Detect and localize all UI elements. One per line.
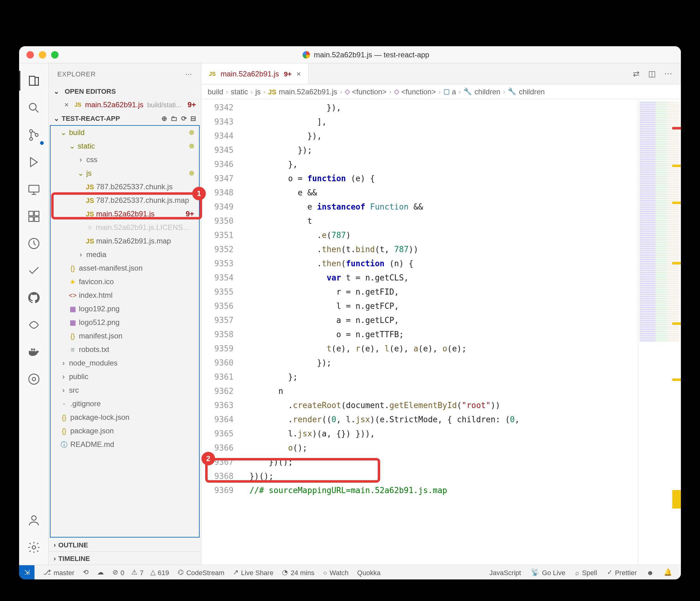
github-icon[interactable] (21, 285, 46, 310)
file-main-map[interactable]: JSmain.52a62b91.js.map (51, 234, 199, 248)
open-editor-item[interactable]: × JS main.52a62b91.js build/stati... 9+ (49, 98, 201, 112)
open-editors-section[interactable]: ⌄ OPEN EDITORS (49, 85, 201, 98)
file-gitignore[interactable]: ◦.gitignore (51, 397, 199, 411)
crumb[interactable]: static (231, 87, 248, 96)
close-icon[interactable]: × (297, 69, 301, 78)
modified-dot-icon (189, 130, 194, 135)
file-main-js[interactable]: JSmain.52a62b91.js9+ (51, 207, 199, 221)
more-icon[interactable]: ⋯ (185, 70, 192, 78)
crumb[interactable]: children (519, 87, 545, 96)
crumb[interactable]: <function> (352, 87, 387, 96)
wakatime-button[interactable]: ◔24 mins (282, 568, 314, 576)
remote-icon: ⇲ (24, 568, 30, 576)
run-debug-view-icon[interactable] (21, 150, 46, 174)
liveshare-button[interactable]: ↗Live Share (233, 568, 273, 576)
minimize-window[interactable] (39, 51, 46, 58)
source-control-view-icon[interactable] (21, 123, 46, 147)
annotation-badge-2: 2 (201, 452, 215, 465)
folder-media[interactable]: ›media (51, 248, 199, 261)
code-area[interactable]: 9342 9343 9344 9345 9346 9347 9348 9349 … (201, 99, 681, 564)
overview-ruler[interactable] (672, 99, 681, 564)
folder-js[interactable]: ⌄js (51, 166, 199, 180)
feedback-button[interactable]: ☻ (647, 569, 654, 576)
sync-button[interactable]: ⟲ (83, 568, 89, 576)
file-logo512[interactable]: ▦logo512.png (51, 316, 199, 329)
explorer-view-icon[interactable] (21, 68, 46, 93)
spell-button[interactable]: ⌕Spell (575, 569, 597, 576)
folder-src[interactable]: ›src (51, 383, 199, 397)
collapse-icon[interactable]: ⊟ (191, 114, 196, 122)
file-package[interactable]: {}package.json (51, 424, 199, 438)
codestream-button[interactable]: ⌬CodeStream (178, 568, 225, 576)
file-asset-manifest[interactable]: {}asset-manifest.json (51, 261, 199, 275)
breadcrumbs[interactable]: build› static› js› JS main.52a62b91.js› … (201, 85, 681, 99)
file-logo192[interactable]: ▦logo192.png (51, 302, 199, 316)
folder-css[interactable]: ›css (51, 153, 199, 166)
timeline-section[interactable]: ›TIMELINE (49, 551, 201, 564)
git-branch[interactable]: ⎇master (43, 568, 74, 576)
crumb[interactable]: js (255, 87, 261, 96)
image-icon: ▦ (68, 318, 78, 327)
spell-icon: ⌕ (575, 569, 579, 576)
checkmark-icon[interactable] (21, 258, 46, 283)
new-file-icon[interactable]: ⊕ (161, 114, 167, 122)
file-license[interactable]: ≡main.52a62b91.js.LICENSE.txt (51, 221, 199, 234)
crumb[interactable]: main.52a62b91.js (279, 87, 337, 96)
project-section[interactable]: ⌄ TEST-REACT-APP ⊕ 🗀 ⟳ ⊟ (49, 112, 201, 125)
file-readme[interactable]: ⓘREADME.md (51, 438, 199, 451)
wakatime-icon[interactable] (21, 231, 46, 256)
diff-icon[interactable]: ⇄ (633, 69, 640, 78)
live-share-icon[interactable] (21, 313, 46, 337)
file-robots[interactable]: ≡robots.txt (51, 343, 199, 356)
outline-section[interactable]: ›OUTLINE (49, 537, 201, 551)
problems-button[interactable]: ⊘0 ⚠7 △619 (112, 568, 169, 576)
accounts-icon[interactable] (21, 508, 46, 533)
folder-static[interactable]: ⌄static (51, 139, 199, 153)
json-icon: {} (68, 264, 78, 272)
folder-public[interactable]: ›public (51, 370, 199, 383)
chevron-down-icon: ⌄ (54, 87, 62, 95)
crumb[interactable]: children (474, 87, 500, 96)
more-icon[interactable]: ⋯ (664, 69, 672, 78)
quokka-button[interactable]: Quokka (357, 569, 380, 576)
new-folder-icon[interactable]: 🗀 (171, 114, 177, 122)
remote-indicator[interactable]: ⇲ (19, 565, 34, 579)
tab-main-js[interactable]: JS main.52a62b91.js 9+ × (201, 64, 309, 84)
close-window[interactable] (26, 51, 34, 58)
file-favicon[interactable]: ★favicon.ico (51, 275, 199, 288)
settings-gear-icon[interactable] (21, 535, 46, 560)
refresh-icon[interactable]: ⟳ (181, 114, 187, 122)
file-package-lock[interactable]: {}package-lock.json (51, 411, 199, 424)
codetour-icon[interactable] (21, 367, 46, 391)
notifications-button[interactable]: 🔔 (664, 568, 672, 576)
prettier-button[interactable]: ✓Prettier (607, 568, 637, 576)
golive-button[interactable]: 📡Go Live (531, 568, 565, 576)
crumb[interactable]: a (452, 87, 456, 96)
tab-badge: 9+ (284, 70, 292, 77)
window-title: main.52a62b91.js — test-react-app (58, 50, 674, 59)
cloud-button[interactable]: ☁ (97, 568, 104, 576)
json-icon: {} (59, 427, 69, 435)
folder-build[interactable]: ⌄build (51, 126, 199, 139)
crumb[interactable]: <function> (401, 87, 436, 96)
file-chunk-js[interactable]: JS787.b2625337.chunk.js (51, 180, 199, 194)
file-manifest[interactable]: {}manifest.json (51, 329, 199, 343)
chevron-down-icon: ⌄ (76, 169, 85, 177)
code-content[interactable]: }), ], }), }); }, o = function (e) { e &… (245, 99, 638, 564)
file-index-html[interactable]: <>index.html (51, 288, 199, 302)
remote-explorer-icon[interactable] (21, 177, 46, 201)
search-view-icon[interactable] (21, 96, 46, 120)
zoom-window[interactable] (51, 51, 58, 58)
extensions-view-icon[interactable] (21, 204, 46, 229)
docker-icon[interactable] (21, 340, 46, 364)
folder-nodemodules[interactable]: ›node_modules (51, 356, 199, 370)
chevron-right-icon: › (59, 372, 68, 381)
language-mode[interactable]: JavaScript (489, 569, 521, 576)
window-title-text: main.52a62b91.js — test-react-app (314, 50, 429, 59)
close-icon[interactable]: × (62, 100, 71, 109)
file-chunk-map[interactable]: JS787.b2625337.chunk.js.map (51, 194, 199, 207)
split-editor-icon[interactable]: ◫ (648, 69, 656, 78)
watch-button[interactable]: ○Watch (323, 569, 349, 576)
crumb[interactable]: build (208, 87, 223, 96)
open-editors-label: OPEN EDITORS (65, 88, 116, 95)
